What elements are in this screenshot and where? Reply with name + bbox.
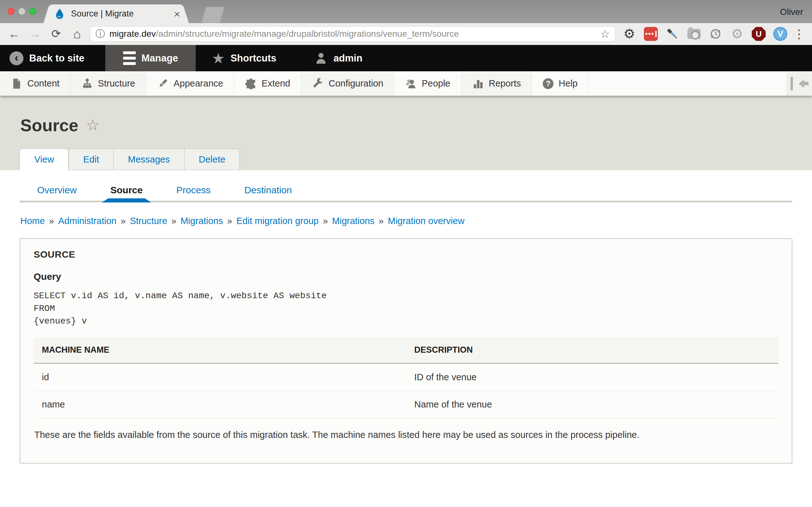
- breadcrumb-link[interactable]: Home: [20, 216, 45, 226]
- query-line: SELECT v.id AS id, v.name AS name, v.web…: [34, 290, 778, 302]
- tab-source[interactable]: Source: [110, 185, 143, 195]
- menu-item-reports[interactable]: Reports: [461, 71, 532, 96]
- breadcrumb-link[interactable]: Migration overview: [388, 216, 465, 226]
- machine-name-cell: id: [34, 363, 406, 391]
- configuration-wrench-icon: [312, 78, 323, 89]
- zoom-window-button[interactable]: [29, 8, 36, 15]
- query-line: FROM: [34, 302, 778, 315]
- breadcrumb-link[interactable]: Migrations: [181, 216, 223, 226]
- back-to-site-button[interactable]: ‹ Back to site: [0, 45, 94, 71]
- breadcrumb-separator: »: [227, 216, 232, 226]
- table-row: name Name of the venue: [34, 391, 778, 418]
- tab-view[interactable]: View: [20, 149, 68, 170]
- tab-title: Source | Migrate: [71, 9, 168, 19]
- reload-icon[interactable]: ⟳: [49, 28, 63, 40]
- browser-tab[interactable]: Source | Migrate ×: [51, 4, 181, 23]
- disabled-gear-extension-icon[interactable]: ⚙: [730, 27, 744, 41]
- camera-extension-icon[interactable]: [687, 27, 701, 41]
- admin-user-label: admin: [334, 53, 362, 64]
- browser-profile-name[interactable]: Oliver: [780, 7, 803, 17]
- main-content: Overview Source Process Destination Home…: [0, 170, 812, 507]
- column-header-machine-name: MACHINE NAME: [34, 337, 406, 363]
- ublock-extension-icon[interactable]: U: [752, 27, 766, 41]
- address-bar[interactable]: ⓘ migrate.dev /admin/structure/migrate/m…: [90, 26, 615, 42]
- bookmark-star-icon[interactable]: ☆: [600, 29, 610, 39]
- drupal-admin-menu: Content Structure Appearance Extend Conf…: [0, 71, 812, 96]
- tab-edit[interactable]: Edit: [68, 149, 113, 170]
- source-fields-table: MACHINE NAME DESCRIPTION id ID of the ve…: [34, 337, 778, 418]
- admin-user-button[interactable]: admin: [305, 45, 372, 71]
- breadcrumb-separator: »: [171, 216, 176, 226]
- menu-item-extend[interactable]: Extend: [235, 71, 301, 96]
- menu-item-configuration[interactable]: Configuration: [301, 71, 395, 96]
- manage-button[interactable]: Manage: [105, 45, 196, 71]
- extensions-row: ⚙ ••• ⚙ U V: [622, 27, 787, 41]
- new-tab-button[interactable]: [201, 7, 224, 23]
- vimium-extension-icon[interactable]: V: [773, 27, 787, 41]
- extend-puzzle-icon: [245, 78, 257, 89]
- primary-tabs: View Edit Messages Delete: [20, 149, 240, 170]
- query-sql: SELECT v.id AS id, v.name AS name, v.web…: [34, 290, 778, 328]
- minimize-window-button[interactable]: [18, 8, 26, 15]
- window-controls: [8, 8, 36, 15]
- toolbar-orientation-toggle[interactable]: [786, 71, 812, 96]
- back-icon[interactable]: ←: [8, 28, 21, 40]
- content-file-icon: [11, 78, 22, 89]
- breadcrumb-link[interactable]: Administration: [58, 216, 117, 226]
- menu-item-label: Content: [27, 78, 60, 89]
- tab-destination[interactable]: Destination: [244, 185, 292, 195]
- menu-item-label: Reports: [489, 78, 521, 89]
- breadcrumb-link[interactable]: Edit migration group: [236, 216, 319, 226]
- menu-item-appearance[interactable]: Appearance: [146, 71, 234, 96]
- shortcuts-button[interactable]: ★ Shortcuts: [202, 45, 286, 71]
- table-row: id ID of the venue: [34, 363, 778, 391]
- shortcuts-star-icon: ★: [212, 51, 224, 66]
- breadcrumb-link[interactable]: Structure: [130, 216, 167, 226]
- tab-delete[interactable]: Delete: [185, 149, 240, 170]
- page-info-icon[interactable]: ⓘ: [96, 29, 105, 39]
- fields-footer-note: These are the fields available from the …: [34, 430, 778, 440]
- lastpass-extension-icon[interactable]: •••: [644, 27, 658, 41]
- session-refresh-extension-icon[interactable]: [709, 27, 722, 41]
- reports-chart-icon: [472, 78, 484, 89]
- help-icon: ?: [543, 78, 554, 89]
- source-panel: SOURCE Query SELECT v.id AS id, v.name A…: [20, 238, 792, 464]
- home-icon[interactable]: ⌂: [70, 27, 84, 40]
- tab-process[interactable]: Process: [176, 185, 211, 195]
- menu-item-label: Help: [559, 78, 577, 89]
- back-chevron-icon: ‹: [9, 51, 23, 65]
- browser-navbar: ← → ⟳ ⌂ ⓘ migrate.dev /admin/structure/m…: [0, 23, 812, 45]
- drupal-admin-toolbar: ‹ Back to site Manage ★ Shortcuts admin: [0, 45, 812, 71]
- menu-item-people[interactable]: People: [394, 71, 461, 96]
- breadcrumb-separator: »: [323, 216, 328, 226]
- breadcrumb-separator: »: [49, 216, 54, 226]
- menu-item-help[interactable]: ? Help: [532, 71, 589, 96]
- menu-item-label: Structure: [98, 78, 136, 89]
- tab-overview[interactable]: Overview: [37, 185, 77, 195]
- browser-menu-icon[interactable]: ⋮: [793, 28, 805, 40]
- close-window-button[interactable]: [8, 8, 14, 15]
- table-header-row: MACHINE NAME DESCRIPTION: [34, 337, 778, 363]
- source-panel-legend: SOURCE: [34, 249, 778, 260]
- tab-close-icon[interactable]: ×: [174, 9, 180, 19]
- description-cell: ID of the venue: [406, 363, 778, 391]
- user-icon: [314, 52, 328, 65]
- description-cell: Name of the venue: [406, 391, 778, 418]
- tab-messages[interactable]: Messages: [113, 149, 184, 170]
- query-label: Query: [34, 271, 778, 282]
- appearance-brush-icon: [157, 78, 168, 89]
- breadcrumb: Home»Administration»Structure»Migrations…: [20, 216, 792, 226]
- breadcrumb-link[interactable]: Migrations: [332, 216, 374, 226]
- menu-item-structure[interactable]: Structure: [71, 71, 147, 96]
- breadcrumb-separator: »: [120, 216, 125, 226]
- url-path: /admin/structure/migrate/manage/drupalbr…: [156, 29, 596, 39]
- forward-icon[interactable]: →: [29, 28, 42, 40]
- screwdriver-extension-icon[interactable]: [665, 27, 679, 41]
- shortcut-star-icon[interactable]: ☆: [86, 118, 100, 133]
- gear-extension-icon[interactable]: ⚙: [622, 27, 636, 41]
- menu-item-label: People: [421, 78, 450, 89]
- menu-item-content[interactable]: Content: [0, 71, 71, 96]
- column-header-description: DESCRIPTION: [406, 337, 778, 363]
- menu-item-label: Configuration: [328, 78, 384, 89]
- secondary-tabs: Overview Source Process Destination: [20, 185, 792, 203]
